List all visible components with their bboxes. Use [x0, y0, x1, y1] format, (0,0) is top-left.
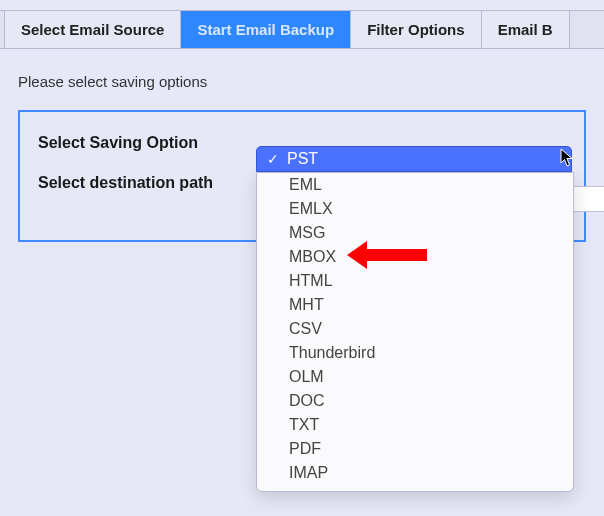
option-csv[interactable]: CSV [257, 317, 573, 341]
tab-email-b[interactable]: Email B [482, 11, 570, 48]
tab-filter-options[interactable]: Filter Options [351, 11, 482, 48]
saving-option-select[interactable]: ✓ PST [256, 146, 572, 172]
option-html[interactable]: HTML [257, 269, 573, 293]
tab-start-email-backup[interactable]: Start Email Backup [181, 11, 351, 48]
saving-option-selected: PST [287, 150, 318, 168]
option-pdf[interactable]: PDF [257, 437, 573, 461]
option-txt[interactable]: TXT [257, 413, 573, 437]
option-thunderbird[interactable]: Thunderbird [257, 341, 573, 365]
checkmark-icon: ✓ [267, 151, 279, 167]
saving-option-dropdown[interactable]: EML EMLX MSG MBOX HTML MHT CSV Thunderbi… [256, 172, 574, 492]
option-msg[interactable]: MSG [257, 221, 573, 245]
tab-bar: Select Email Source Start Email Backup F… [0, 10, 604, 49]
option-olm[interactable]: OLM [257, 365, 573, 389]
destination-path-label: Select destination path [38, 174, 258, 192]
option-mbox[interactable]: MBOX [257, 245, 573, 269]
option-imap[interactable]: IMAP [257, 461, 573, 485]
option-doc[interactable]: DOC [257, 389, 573, 413]
option-mht[interactable]: MHT [257, 293, 573, 317]
tab-select-email-source[interactable]: Select Email Source [4, 11, 181, 48]
option-eml[interactable]: EML [257, 173, 573, 197]
saving-option-label: Select Saving Option [38, 134, 258, 152]
saving-options-hint: Please select saving options [18, 73, 586, 90]
option-emlx[interactable]: EMLX [257, 197, 573, 221]
